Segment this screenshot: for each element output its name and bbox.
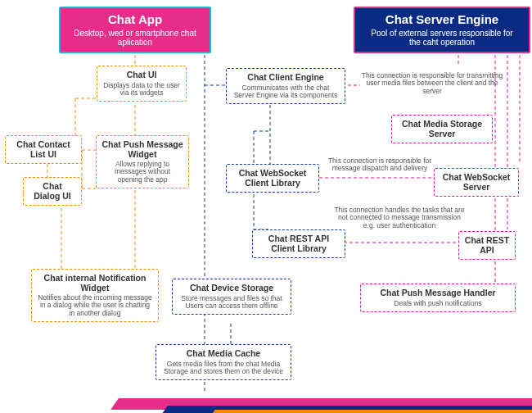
footer-ribbon [210, 410, 532, 413]
box-title: Chat WebSocket Client Library [232, 169, 313, 188]
box-title: Chat Contact List UI [11, 140, 76, 159]
box-sub: Communicates with the chat Server Engine… [232, 84, 340, 100]
diagram-stage: Chat App Desktop, wed or smartphone chat… [0, 0, 532, 413]
box-title: Chat Media Storage Server [397, 120, 487, 138]
box-media-cache: Chat Media Cache Gets media files from t… [156, 344, 291, 380]
box-sub: Displays data to the user via its widget… [102, 82, 181, 98]
box-sub: Deals with push notifications [366, 300, 510, 307]
note-ws-conn: This connection is responsible for messa… [326, 157, 434, 173]
box-title: Chat Device Storage [178, 284, 286, 293]
box-sub: Notifies about the incoming message in a… [37, 294, 153, 317]
box-contact-list: Chat Contact List UI [5, 135, 82, 164]
box-rest-api: Chat REST API [458, 231, 516, 260]
box-sub: Store messages and files so that Users c… [178, 295, 286, 311]
box-push-widget: Chat Push Message Widget Allows replying… [96, 135, 189, 188]
header-sub: Desktop, wed or smartphone chat aplicati… [72, 29, 198, 47]
box-title: Chat Dialog UI [29, 182, 76, 201]
note-rest-conn: This connection handles the tasks that a… [334, 206, 465, 229]
box-sub: Gets media files from the chat Media Sto… [161, 361, 286, 376]
box-push-handler: Chat Push Message Handler Deals with pus… [360, 284, 516, 312]
header-chat-app: Chat App Desktop, wed or smartphone chat… [59, 7, 211, 53]
box-chat-ui: Chat UI Displays data to the user via it… [97, 66, 187, 102]
box-sub: Allows replying to messages without open… [101, 161, 183, 184]
header-chat-server: Chat Server Engine Pool of external serv… [354, 7, 530, 53]
box-media-storage: Chat Media Storage Server [391, 115, 493, 143]
box-title: Chat REST API Client Library [258, 234, 340, 253]
box-title: Chat Push Message Widget [101, 140, 183, 159]
box-client-engine: Chat Client Engine Communicates with the… [226, 68, 345, 104]
header-title: Chat Server Engine [367, 13, 517, 27]
box-title: Chat Media Cache [161, 349, 286, 359]
header-title: Chat App [72, 13, 198, 27]
box-title: Chat Client Engine [232, 73, 340, 83]
box-title: Chat Push Message Handler [366, 288, 510, 298]
box-title: Chat REST API [464, 236, 510, 255]
box-ws-client: Chat WebSocket Client Library [226, 164, 319, 193]
box-rest-client: Chat REST API Client Library [252, 229, 345, 258]
box-device-storage: Chat Device Storage Store messages and f… [172, 279, 291, 315]
box-title: Chat UI [102, 70, 181, 80]
box-ws-server: Chat WebSocket Server [434, 168, 519, 197]
box-title: Chat WebSocket Server [440, 173, 513, 192]
box-title: Chat internal Notification Widget [37, 274, 153, 293]
box-dialog-ui: Chat Dialog UI [23, 177, 82, 206]
note-media-conn: This connection is responsible for trans… [360, 72, 504, 95]
header-sub: Pool of external servers responsible for… [367, 29, 517, 47]
box-internal-notif: Chat internal Notification Widget Notifi… [31, 269, 159, 322]
